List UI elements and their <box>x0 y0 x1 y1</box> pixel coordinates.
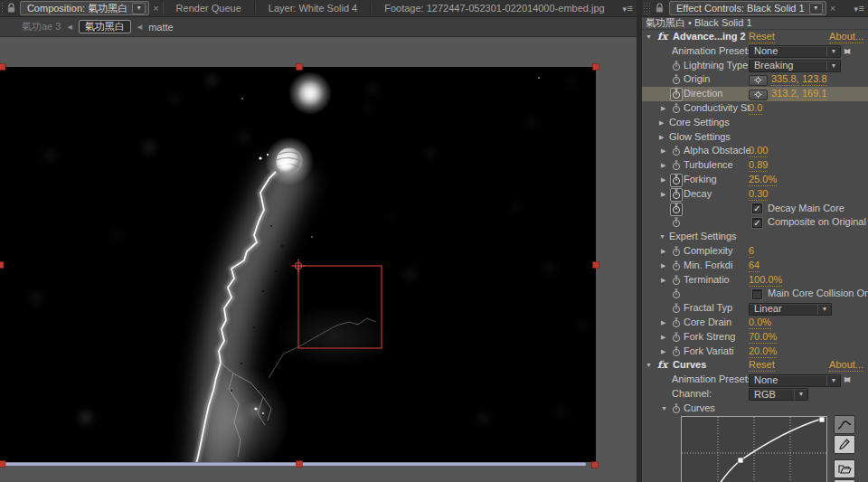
viewer-scrollbar[interactable] <box>4 463 586 467</box>
stopwatch-icon-enabled[interactable] <box>670 174 683 187</box>
viewer-menu-icon[interactable]: ▼≡ <box>618 3 637 14</box>
property-value[interactable]: 0.0% <box>749 317 771 329</box>
collapse-icon[interactable]: ▼ <box>646 358 652 373</box>
lightning-type-dropdown[interactable]: Breaking▼ <box>749 60 841 72</box>
tab-footage[interactable]: Footage: 1272447-052301-022014000-embed.… <box>371 2 617 14</box>
row-animation-presets: Animation Presets: None▼ ◀▶ <box>642 44 868 59</box>
effect-controls-panel: Effect Controls: Black Solid 1 ▼ × ▼≡ 氣功… <box>642 0 868 482</box>
animation-presets-dropdown[interactable]: None▼ <box>749 374 841 387</box>
breadcrumb-arrow-icon: ◀ <box>137 24 142 31</box>
breadcrumb-current-comp[interactable]: 氣功黑白 <box>79 20 131 33</box>
curve-end-point[interactable] <box>819 417 825 422</box>
checkbox-main-core-collision[interactable]: ✓ <box>752 289 762 299</box>
group-glow-settings[interactable]: ▶ Glow Settings <box>642 130 868 145</box>
effect-name[interactable]: Curves <box>673 358 706 373</box>
open-curve-file-button[interactable] <box>834 459 855 478</box>
checkbox-decay-main-core[interactable]: ✓ <box>752 203 762 213</box>
collapse-icon[interactable]: ▼ <box>661 402 667 416</box>
reset-link[interactable]: Reset <box>749 359 775 372</box>
comp-tabbar: Composition: 氣功黑白 ▼ × Render Queue Layer… <box>0 0 637 17</box>
reset-link[interactable]: Reset <box>749 31 775 43</box>
top-orb <box>298 81 322 105</box>
property-value[interactable]: 64 <box>749 260 760 272</box>
direction-y-value[interactable]: 169.1 <box>802 88 827 100</box>
collapse-icon[interactable]: ▼ <box>646 30 652 44</box>
curve-graph[interactable] <box>681 416 827 482</box>
property-value[interactable]: 0.0 <box>749 102 762 115</box>
checkbox-label: Decay Main Core <box>768 202 844 216</box>
tab-close-icon[interactable]: × <box>153 2 158 14</box>
breadcrumb-child-layer[interactable]: matte <box>148 22 174 33</box>
animation-presets-label: Animation Presets: <box>672 373 755 387</box>
expand-icon[interactable]: ▶ <box>661 144 665 158</box>
fractal-type-dropdown[interactable]: Linear▼ <box>749 303 832 316</box>
property-value[interactable]: 0.00 <box>749 145 768 157</box>
expand-icon[interactable]: ▶ <box>661 173 665 187</box>
comp-breadcrumb: 氣功ae 3 ◀ 氣功黑白 ◀ matte <box>0 17 637 37</box>
tab-close-icon[interactable]: × <box>830 2 835 14</box>
stopwatch-icon-enabled[interactable] <box>670 188 683 202</box>
curve-smooth-tool-button[interactable] <box>834 415 855 434</box>
effect-point-button[interactable] <box>749 75 768 86</box>
row-decay-main-core: ✓ Decay Main Core <box>642 202 868 216</box>
row-turbulence: ▶ Turbulence 0.89 <box>642 158 868 173</box>
expand-icon[interactable]: ▶ <box>661 187 665 202</box>
origin-y-value[interactable]: 123.8 <box>802 73 827 86</box>
property-value[interactable]: 20.0% <box>749 345 777 358</box>
channel-dropdown[interactable]: RGB▼ <box>749 388 808 401</box>
curve-control-point[interactable] <box>738 458 743 463</box>
group-core-settings[interactable]: ▶ Core Settings <box>642 116 868 130</box>
expand-icon[interactable]: ▶ <box>659 130 664 145</box>
expand-icon[interactable]: ▶ <box>661 273 665 288</box>
panel-menu-icon[interactable]: ▼≡ <box>849 3 868 14</box>
direction-x-value[interactable]: 313.2, <box>771 88 799 100</box>
tab-dropdown-icon[interactable]: ▼ <box>809 3 823 14</box>
group-expert-settings[interactable]: ▼ Expert Settings <box>642 230 868 244</box>
expand-icon[interactable]: ▶ <box>661 345 665 359</box>
property-value[interactable]: 70.0% <box>749 331 777 344</box>
checkbox-composite-on-original[interactable]: ✓ <box>752 218 762 228</box>
effect-point-button[interactable] <box>749 90 768 100</box>
about-link[interactable]: About... <box>829 31 863 43</box>
property-value[interactable]: 6 <box>749 245 754 258</box>
stopwatch-icon-enabled[interactable] <box>670 88 683 101</box>
tab-composition[interactable]: Composition: 氣功黑白 ▼ <box>20 1 149 15</box>
effect-name[interactable]: Advance...ing 2 <box>673 30 746 44</box>
animation-presets-dropdown[interactable]: None▼ <box>749 45 841 58</box>
effect-header-curves[interactable]: ▼ fx Curves Reset About... <box>642 358 868 373</box>
group-label: Core Settings <box>669 116 730 130</box>
about-link[interactable]: About... <box>829 359 863 372</box>
row-direction[interactable]: Direction 313.2, 169.1 <box>642 87 868 101</box>
tab-layer[interactable]: Layer: White Solid 4 <box>255 2 371 14</box>
expand-icon[interactable]: ▶ <box>661 158 665 173</box>
collapse-icon[interactable]: ▼ <box>659 230 665 244</box>
expand-icon[interactable]: ▶ <box>661 330 665 345</box>
row-lightning-type: Lightning Type Breaking▼ <box>642 59 868 73</box>
property-label: Min. Forkdi <box>684 259 732 273</box>
origin-x-value[interactable]: 335.8, <box>771 73 799 86</box>
property-value[interactable]: 0.30 <box>749 188 768 201</box>
property-value[interactable]: 0.89 <box>749 159 768 172</box>
expand-icon[interactable]: ▶ <box>661 316 665 330</box>
expand-icon[interactable]: ▶ <box>661 244 665 259</box>
expand-icon[interactable]: ▶ <box>661 101 665 116</box>
lock-icon[interactable] <box>6 2 16 14</box>
curve-pencil-tool-button[interactable] <box>834 435 855 454</box>
stopwatch-icon-enabled[interactable] <box>670 203 683 216</box>
expand-icon[interactable]: ▶ <box>659 116 664 130</box>
property-label: Conductivity St <box>684 101 750 116</box>
tab-render-queue[interactable]: Render Queue <box>163 2 255 14</box>
tab-effect-controls[interactable]: Effect Controls: Black Solid 1 ▼ <box>669 1 826 15</box>
panel-grip[interactable] <box>643 2 650 16</box>
composition-viewer[interactable] <box>0 37 637 482</box>
breadcrumb-parent-comp[interactable]: 氣功ae 3 <box>22 20 61 33</box>
tab-effect-controls-label: Effect Controls: Black Solid 1 <box>676 3 805 14</box>
property-label: Decay <box>684 187 712 202</box>
tab-dropdown-icon[interactable]: ▼ <box>132 3 146 14</box>
lock-icon[interactable] <box>653 2 665 14</box>
property-value[interactable]: 100.0% <box>749 274 782 287</box>
expand-icon[interactable]: ▶ <box>661 259 665 273</box>
panel-grip[interactable] <box>1 2 4 16</box>
property-value[interactable]: 25.0% <box>749 174 777 186</box>
effect-header-advanced-lightning[interactable]: ▼ fx Advance...ing 2 Reset About... <box>642 30 868 44</box>
